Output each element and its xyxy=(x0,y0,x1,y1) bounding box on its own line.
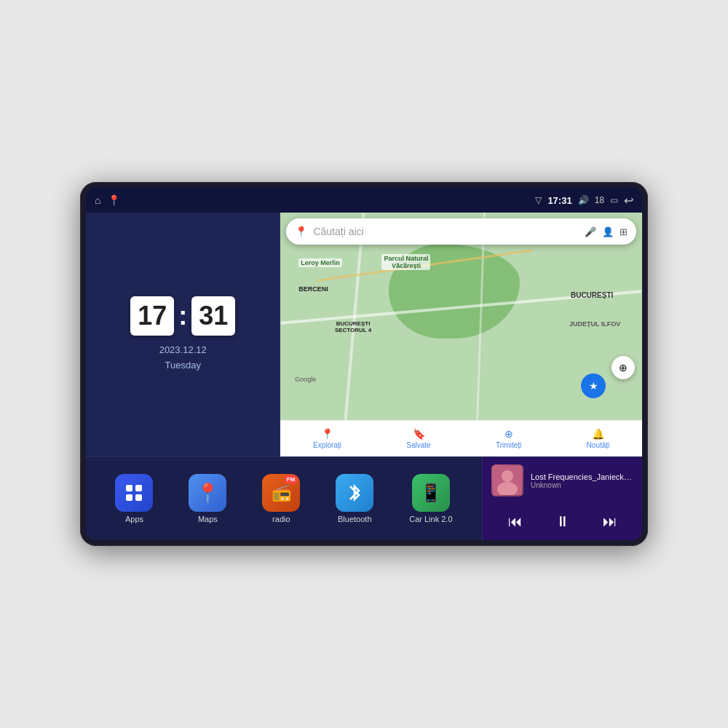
layers-icon[interactable]: ⊞ xyxy=(620,226,628,237)
map-search-actions: 🎤 👤 ⊞ xyxy=(585,226,628,237)
clock-display: 17 : 31 xyxy=(130,296,235,336)
mic-icon[interactable]: 🎤 xyxy=(585,226,596,237)
map-label-leroy: Leroy Merlin xyxy=(298,258,342,267)
main-area: 17 : 31 2023.12.12 Tuesday 📍 Căutați aic… xyxy=(86,213,642,540)
volume-icon: 🔊 xyxy=(578,195,589,205)
battery-icon: ▭ xyxy=(610,195,618,205)
clock-widget: 17 : 31 2023.12.12 Tuesday xyxy=(86,213,280,456)
maps-icon-box: 📍 xyxy=(189,474,226,512)
map-bottom-bar: 📍 Explorați 🔖 Salvate ⊕ Trimiteți 🔔 xyxy=(280,420,642,456)
screen: ⌂ 📍 ▽ 17:31 🔊 18 ▭ ↩ 17 : xyxy=(86,188,642,540)
trimiteti-icon: ⊕ xyxy=(505,428,513,440)
maps-label: Maps xyxy=(198,515,218,523)
noutati-icon: 🔔 xyxy=(592,428,604,440)
car-head-unit: ⌂ 📍 ▽ 17:31 🔊 18 ▭ ↩ 17 : xyxy=(80,182,648,546)
bluetooth-icon xyxy=(346,482,363,504)
bluetooth-label: Bluetooth xyxy=(338,515,371,523)
map-label-bucuresti: BUCUREȘTI xyxy=(571,291,613,299)
map-tab-noutati[interactable]: 🔔 Noutăți xyxy=(587,428,610,449)
bluetooth-icon-box xyxy=(336,474,373,512)
radio-label: radio xyxy=(272,515,290,523)
account-icon[interactable]: 👤 xyxy=(602,226,614,237)
map-tab-trimiteti[interactable]: ⊕ Trimiteți xyxy=(496,428,521,449)
music-player: Lost Frequencies_Janieck Devy-... Unknow… xyxy=(482,457,642,540)
location-fab[interactable]: ★ xyxy=(581,373,606,398)
carlink-label: Car Link 2.0 xyxy=(409,515,452,523)
album-art xyxy=(493,466,522,495)
compass-fab[interactable]: ⊕ xyxy=(612,356,635,379)
battery-level: 18 xyxy=(595,195,604,205)
carlink-icon-box: 📱 xyxy=(412,474,450,512)
clock-date: 2023.12.12 Tuesday xyxy=(159,343,207,373)
play-pause-button[interactable]: ⏸ xyxy=(553,510,573,533)
home-icon[interactable]: ⌂ xyxy=(95,194,100,206)
map-widget[interactable]: 📍 Căutați aici 🎤 👤 ⊞ xyxy=(280,213,642,456)
apps-icon xyxy=(124,483,144,503)
apps-dock: Apps 📍 Maps 📻 FM radio xyxy=(86,457,482,540)
music-title: Lost Frequencies_Janieck Devy-... xyxy=(531,472,633,481)
music-thumbnail xyxy=(491,464,523,496)
apps-label: Apps xyxy=(125,515,143,523)
explorati-icon: 📍 xyxy=(321,428,333,440)
status-time: 17:31 xyxy=(547,195,571,206)
carlink-icon-emoji: 📱 xyxy=(420,483,442,503)
clock-colon: : xyxy=(178,303,187,329)
top-row: 17 : 31 2023.12.12 Tuesday 📍 Căutați aic… xyxy=(86,213,642,456)
status-left-icons: ⌂ 📍 xyxy=(95,194,120,206)
radio-icon-box: 📻 FM xyxy=(262,474,300,512)
svg-rect-0 xyxy=(126,485,132,491)
map-tab-salvate[interactable]: 🔖 Salvate xyxy=(406,428,430,449)
app-item-carlink[interactable]: 📱 Car Link 2.0 xyxy=(409,474,452,523)
map-label-sector4: BUCUREȘTISECTORUL 4 xyxy=(335,320,371,333)
back-icon[interactable]: ↩ xyxy=(624,194,633,207)
maps-icon-emoji: 📍 xyxy=(196,482,219,505)
maps-icon[interactable]: 📍 xyxy=(108,194,120,206)
music-artist: Unknown xyxy=(531,481,633,489)
app-item-apps[interactable]: Apps xyxy=(115,474,153,523)
map-pin-icon: 📍 xyxy=(295,226,307,237)
map-label-berceni: BERCENI xyxy=(298,285,328,293)
map-search-bar[interactable]: 📍 Căutați aici 🎤 👤 ⊞ xyxy=(286,218,636,245)
signal-icon: ▽ xyxy=(535,195,542,205)
app-item-radio[interactable]: 📻 FM radio xyxy=(262,474,300,523)
status-bar: ⌂ 📍 ▽ 17:31 🔊 18 ▭ ↩ xyxy=(86,188,642,213)
apps-icon-box xyxy=(115,474,153,512)
map-label-google: Google xyxy=(295,376,316,383)
map-label-judet: JUDEȚUL ILFOV xyxy=(569,320,620,328)
map-label-parc: Parcul NaturalVăcărești xyxy=(381,254,430,270)
clock-hour: 17 xyxy=(130,296,174,336)
map-tab-explorati[interactable]: 📍 Explorați xyxy=(313,428,341,449)
music-info: Lost Frequencies_Janieck Devy-... Unknow… xyxy=(491,464,633,496)
svg-rect-1 xyxy=(135,485,142,491)
status-right: ▽ 17:31 🔊 18 ▭ ↩ xyxy=(535,194,633,207)
radio-icon-emoji: 📻 xyxy=(272,483,291,502)
trimiteti-label: Trimiteți xyxy=(496,441,521,449)
svg-point-5 xyxy=(502,470,513,482)
prev-button[interactable]: ⏮ xyxy=(505,510,526,533)
svg-rect-3 xyxy=(135,494,142,501)
noutati-label: Noutăți xyxy=(587,441,610,449)
salvate-label: Salvate xyxy=(406,441,430,449)
app-item-maps[interactable]: 📍 Maps xyxy=(189,474,226,523)
music-text: Lost Frequencies_Janieck Devy-... Unknow… xyxy=(531,472,633,489)
explorati-label: Explorați xyxy=(313,441,341,449)
app-item-bluetooth[interactable]: Bluetooth xyxy=(336,474,373,523)
map-search-placeholder[interactable]: Căutați aici xyxy=(313,226,579,237)
bottom-row: Apps 📍 Maps 📻 FM radio xyxy=(86,456,642,540)
svg-rect-2 xyxy=(126,494,132,501)
music-controls: ⏮ ⏸ ⏭ xyxy=(491,507,633,533)
clock-minute: 31 xyxy=(191,296,235,336)
next-button[interactable]: ⏭ xyxy=(600,510,620,533)
salvate-icon: 🔖 xyxy=(413,428,425,440)
